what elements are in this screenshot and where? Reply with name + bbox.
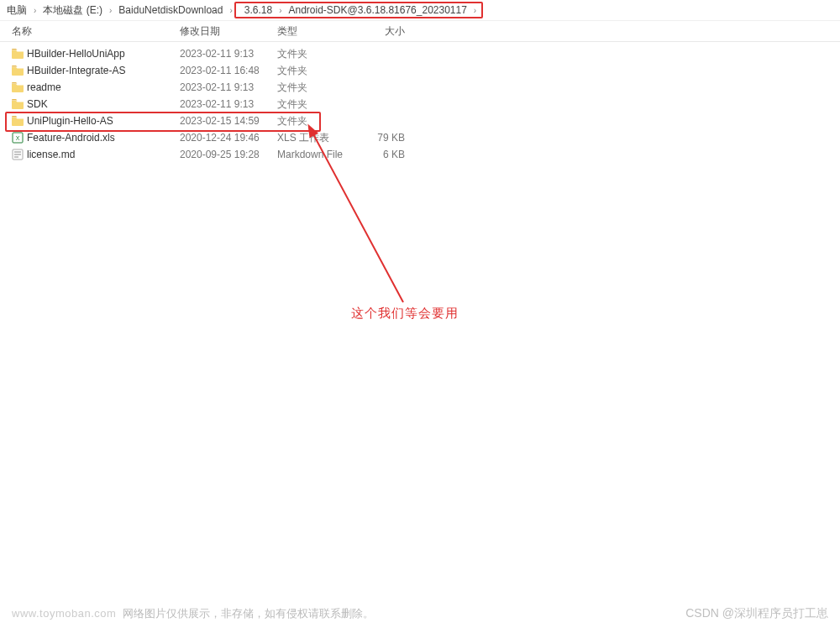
md-icon: [12, 149, 27, 160]
breadcrumb: 电脑 › 本地磁盘 (E:) › BaiduNetdiskDownload › …: [0, 0, 840, 20]
crumb-folder1[interactable]: BaiduNetdiskDownload: [113, 3, 228, 18]
chevron-right-icon: ›: [472, 6, 478, 15]
file-type: 文件夹: [277, 64, 353, 78]
file-date: 2020-12-24 19:46: [180, 132, 277, 144]
footer-domain: www.toymoban.com: [12, 607, 116, 620]
file-list: HBuilder-HelloUniApp2023-02-11 9:13文件夹HB…: [0, 42, 840, 163]
file-type: XLS 工作表: [277, 131, 353, 145]
file-size: 6 KB: [353, 149, 412, 160]
file-name: SDK: [27, 98, 180, 110]
table-row[interactable]: readme2023-02-11 9:13文件夹: [0, 79, 840, 96]
table-row[interactable]: HBuilder-Integrate-AS2023-02-11 16:48文件夹: [0, 62, 840, 79]
table-row[interactable]: SDK2023-02-11 9:13文件夹: [0, 96, 840, 113]
xls-icon: X: [12, 132, 27, 144]
footer: www.toymoban.com 网络图片仅供展示，非存储，如有侵权请联系删除。: [12, 606, 374, 621]
file-date: 2023-02-11 9:13: [180, 81, 277, 93]
file-type: Markdown File: [277, 149, 353, 160]
file-type: 文件夹: [277, 114, 353, 128]
header-type[interactable]: 类型: [277, 24, 353, 39]
folder-icon: [12, 65, 27, 76]
file-size: 79 KB: [353, 132, 412, 144]
file-name: HBuilder-Integrate-AS: [27, 65, 180, 76]
breadcrumb-highlight: 3.6.18 › Android-SDK@3.6.18.81676_202301…: [234, 2, 483, 18]
table-row[interactable]: XFeature-Android.xls2020-12-24 19:46XLS …: [0, 129, 840, 146]
header-name[interactable]: 名称: [12, 24, 180, 39]
header-size[interactable]: 大小: [353, 24, 412, 39]
svg-text:X: X: [16, 135, 20, 141]
file-date: 2020-09-25 19:28: [180, 149, 277, 160]
annotation-text: 这个我们等会要用: [351, 306, 459, 322]
table-row[interactable]: UniPlugin-Hello-AS2023-02-15 14:59文件夹: [0, 113, 840, 129]
crumb-drive[interactable]: 本地磁盘 (E:): [38, 2, 108, 19]
crumb-folder2[interactable]: 3.6.18: [239, 4, 277, 16]
file-type: 文件夹: [277, 97, 353, 112]
chevron-right-icon: ›: [32, 6, 38, 15]
header-date[interactable]: 修改日期: [180, 24, 277, 39]
file-date: 2023-02-11 16:48: [180, 65, 277, 76]
chevron-right-icon: ›: [228, 6, 234, 15]
file-date: 2023-02-15 14:59: [180, 115, 277, 127]
table-row[interactable]: HBuilder-HelloUniApp2023-02-11 9:13文件夹: [0, 45, 840, 62]
crumb-folder3[interactable]: Android-SDK@3.6.18.81676_20230117: [284, 4, 472, 16]
chevron-right-icon: ›: [277, 6, 283, 15]
file-name: license.md: [27, 149, 180, 160]
crumb-root[interactable]: 电脑: [2, 2, 32, 19]
table-row[interactable]: license.md2020-09-25 19:28Markdown File6…: [0, 146, 840, 163]
footer-text: 网络图片仅供展示，非存储，如有侵权请联系删除。: [123, 606, 374, 621]
file-date: 2023-02-11 9:13: [180, 48, 277, 60]
file-type: 文件夹: [277, 81, 353, 95]
folder-icon: [12, 116, 27, 126]
folder-icon: [12, 82, 27, 92]
file-date: 2023-02-11 9:13: [180, 98, 277, 110]
chevron-right-icon: ›: [108, 6, 113, 15]
file-name: Feature-Android.xls: [27, 132, 180, 144]
watermark: CSDN @深圳程序员打工崽: [685, 606, 828, 621]
file-name: HBuilder-HelloUniApp: [27, 48, 180, 60]
file-name: readme: [27, 81, 180, 93]
folder-icon: [12, 49, 27, 59]
file-name: UniPlugin-Hello-AS: [27, 115, 180, 127]
folder-icon: [12, 99, 27, 109]
column-headers: 名称 修改日期 类型 大小: [0, 20, 840, 42]
file-type: 文件夹: [277, 47, 353, 61]
